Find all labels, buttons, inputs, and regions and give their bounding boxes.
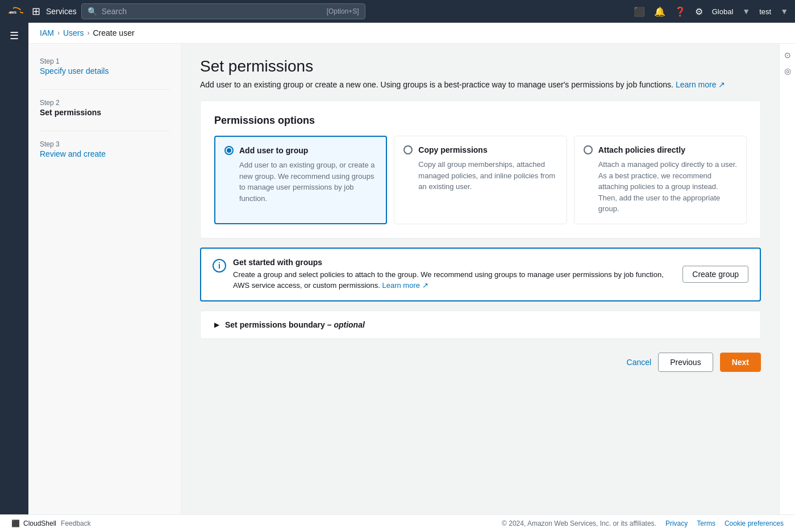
right-sidebar: ⊙ ◎ [779, 44, 795, 514]
option-1-desc: Add user to an existing group, or create… [239, 160, 377, 204]
permissions-boundary-card[interactable]: ▶ Set permissions boundary – optional [200, 311, 761, 339]
svg-text:aws: aws [10, 10, 17, 14]
option-3-header: Attach policies directly [584, 145, 737, 154]
step-1: Step 1 Specify user details [40, 57, 170, 76]
step-3: Step 3 Review and create [40, 140, 170, 158]
copyright-text: © 2024, Amazon Web Services, Inc. or its… [502, 520, 656, 527]
info-text: Create a group and select policies to at… [233, 269, 676, 291]
option-2-header: Copy permissions [403, 145, 557, 154]
radio-copy-permissions[interactable] [403, 145, 413, 154]
step-2: Step 2 Set permissions [40, 99, 170, 117]
region-selector[interactable]: Global [712, 7, 734, 16]
step-divider-1 [40, 89, 170, 90]
step-2-label: Step 2 [40, 99, 170, 107]
expand-icon: ▶ [214, 321, 219, 329]
action-bar: Cancel Previous Next [200, 353, 761, 381]
option-1-title: Add user to group [239, 146, 308, 155]
breadcrumb-users[interactable]: Users [63, 28, 84, 37]
learn-more-link-top[interactable]: Learn more ↗ [676, 80, 725, 89]
cloudshell-icon[interactable]: ⬛ [634, 6, 645, 17]
page-description: Add user to an existing group or create … [200, 80, 761, 89]
content-area: IAM › Users › Create user Step 1 Specify… [28, 23, 795, 514]
next-button[interactable]: Next [720, 353, 761, 372]
breadcrumb-sep-2: › [87, 29, 89, 37]
breadcrumb-iam[interactable]: IAM [40, 28, 54, 37]
previous-button[interactable]: Previous [658, 353, 713, 372]
right-icon-top[interactable]: ⊙ [784, 51, 791, 60]
step-3-link[interactable]: Review and create [40, 149, 106, 158]
boundary-title: Set permissions boundary – optional [225, 320, 365, 329]
search-bar[interactable]: 🔍 [Option+S] [81, 3, 365, 19]
page-title: Set permissions [200, 57, 761, 76]
option-copy-permissions[interactable]: Copy permissions Copy all group membersh… [394, 136, 567, 224]
steps-panel: Step 1 Specify user details Step 2 Set p… [28, 44, 182, 514]
info-title: Get started with groups [233, 258, 676, 267]
permissions-options-title: Permissions options [214, 115, 747, 127]
step-1-link[interactable]: Specify user details [40, 66, 109, 76]
top-navigation: aws ⊞ Services 🔍 [Option+S] ⬛ 🔔 ❓ ⚙ Glob… [0, 0, 795, 23]
help-icon[interactable]: ❓ [675, 6, 686, 17]
nav-right: ⬛ 🔔 ❓ ⚙ Global ▼ test ▼ [634, 6, 788, 17]
search-input[interactable] [102, 7, 322, 16]
step-divider-2 [40, 131, 170, 131]
grid-icon[interactable]: ⊞ [32, 5, 40, 18]
page-description-text: Add user to an existing group or create … [200, 80, 673, 89]
cookie-link[interactable]: Cookie preferences [725, 520, 784, 527]
boundary-optional: optional [334, 320, 364, 329]
option-attach-policies[interactable]: Attach policies directly Attach a manage… [574, 136, 747, 224]
footer-left: ⬛ CloudShell Feedback [11, 520, 91, 527]
learn-more-link-groups[interactable]: Learn more ↗ [382, 281, 428, 290]
services-link[interactable]: Services [46, 7, 77, 16]
settings-icon[interactable]: ⚙ [695, 6, 703, 17]
cloudshell-icon: ⬛ [11, 520, 20, 527]
step-2-name: Set permissions [40, 108, 101, 117]
breadcrumb: IAM › Users › Create user [28, 23, 795, 44]
right-icon-bottom[interactable]: ◎ [784, 66, 791, 76]
breadcrumb-sep-1: › [57, 29, 60, 37]
option-2-title: Copy permissions [418, 145, 487, 154]
radio-add-to-group[interactable] [224, 146, 234, 155]
aws-logo[interactable]: aws [7, 6, 25, 17]
main-layout: ☰ IAM › Users › Create user Step 1 Speci… [0, 23, 795, 514]
step-1-label: Step 1 [40, 57, 170, 65]
permissions-card: Permissions options Add user to group Ad… [200, 100, 761, 238]
breadcrumb-current: Create user [93, 28, 134, 37]
main-content: Set permissions Add user to an existing … [182, 44, 779, 514]
terms-link[interactable]: Terms [697, 520, 715, 527]
option-3-title: Attach policies directly [598, 145, 685, 154]
option-2-desc: Copy all group memberships, attached man… [418, 159, 557, 192]
create-group-button[interactable]: Create group [682, 266, 748, 283]
hamburger-menu[interactable]: ☰ [10, 30, 19, 42]
options-grid: Add user to group Add user to an existin… [214, 136, 747, 224]
cloudshell-label: CloudShell [23, 520, 56, 527]
info-content: Get started with groups Create a group a… [233, 258, 676, 291]
feedback-link[interactable]: Feedback [61, 520, 91, 527]
cancel-button[interactable]: Cancel [627, 358, 652, 367]
page-body: Step 1 Specify user details Step 2 Set p… [28, 44, 795, 514]
footer-right: © 2024, Amazon Web Services, Inc. or its… [502, 520, 784, 527]
step-3-label: Step 3 [40, 140, 170, 148]
search-icon: 🔍 [88, 7, 97, 16]
radio-attach-policies[interactable] [584, 145, 593, 154]
search-shortcut: [Option+S] [327, 7, 359, 15]
privacy-link[interactable]: Privacy [665, 520, 688, 527]
option-add-to-group[interactable]: Add user to group Add user to an existin… [214, 136, 387, 224]
cloudshell-button[interactable]: ⬛ CloudShell [11, 520, 56, 527]
info-icon: i [213, 259, 226, 273]
left-sidebar: ☰ [0, 23, 28, 514]
info-card-groups: i Get started with groups Create a group… [200, 248, 761, 301]
option-3-desc: Attach a managed policy directly to a us… [598, 159, 737, 215]
account-menu[interactable]: test [759, 7, 771, 16]
bell-icon[interactable]: 🔔 [654, 6, 665, 17]
option-1-header: Add user to group [224, 146, 377, 155]
footer: ⬛ CloudShell Feedback © 2024, Amazon Web… [0, 514, 795, 532]
